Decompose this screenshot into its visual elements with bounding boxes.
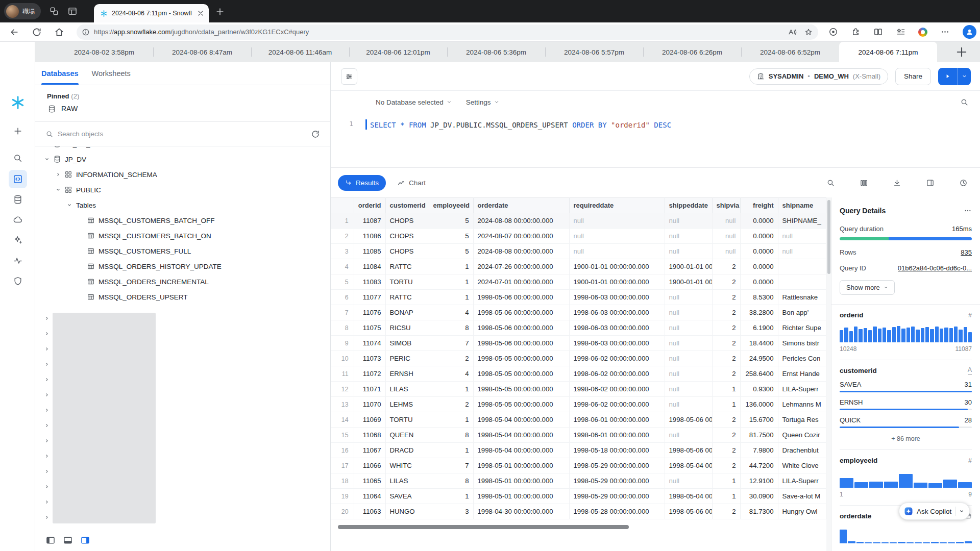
rail-new-icon[interactable] bbox=[9, 122, 27, 140]
cell-orderid[interactable]: 11075 bbox=[354, 320, 385, 336]
cell-shippeddate[interactable]: null bbox=[665, 397, 712, 412]
cell-shipname[interactable]: SHIPNAME_ bbox=[778, 213, 826, 229]
cell-requireddate[interactable]: 1998-05-29 00:00:00.000 bbox=[569, 489, 665, 504]
cell-requireddate[interactable]: null bbox=[569, 229, 665, 244]
cell-customerid[interactable]: SIMOB bbox=[385, 336, 429, 351]
row-number-cell[interactable]: 18 bbox=[331, 473, 354, 489]
cell-customerid[interactable]: BONAP bbox=[385, 305, 429, 320]
row-number-cell[interactable]: 20 bbox=[331, 504, 354, 519]
search-results-icon[interactable] bbox=[826, 179, 835, 187]
close-tab-icon[interactable] bbox=[197, 9, 205, 17]
query-details-menu-icon[interactable] bbox=[964, 207, 972, 215]
cell-freight[interactable]: 0.0000 bbox=[740, 274, 778, 290]
cell-orderdate[interactable]: 1998-05-05 00:00:00.000 bbox=[473, 351, 569, 366]
worksheet-tab[interactable]: 2024-08-06 7:11pm bbox=[839, 42, 937, 62]
cell-freight[interactable]: 81.7300 bbox=[740, 504, 778, 519]
cell-freight[interactable]: 6.1900 bbox=[740, 320, 778, 336]
cell-shipname[interactable]: White Clove bbox=[778, 458, 826, 473]
show-more-button[interactable]: Show more bbox=[840, 280, 895, 295]
cell-orderdate[interactable]: 1998-05-01 00:00:00.000 bbox=[473, 489, 569, 504]
cell-shippeddate[interactable]: null bbox=[665, 351, 712, 366]
cell-freight[interactable]: 38.2800 bbox=[740, 305, 778, 320]
cell-orderdate[interactable]: 1998-05-04 00:00:00.000 bbox=[473, 412, 569, 428]
cell-shipname[interactable]: Bon app' bbox=[778, 305, 826, 320]
cell-customerid[interactable]: QUEEN bbox=[385, 428, 429, 443]
row-number-cell[interactable]: 9 bbox=[331, 336, 354, 351]
cell-customerid[interactable]: TORTU bbox=[385, 274, 429, 290]
cell-orderdate[interactable]: 1998-05-05 00:00:00.000 bbox=[473, 366, 569, 382]
cell-orderid[interactable]: 11064 bbox=[354, 489, 385, 504]
cell-shippeddate[interactable]: null bbox=[665, 366, 712, 382]
cell-orderid[interactable]: 11086 bbox=[354, 229, 385, 244]
row-number-cell[interactable]: 8 bbox=[331, 320, 354, 336]
cell-freight[interactable]: 12.9100 bbox=[740, 473, 778, 489]
cell-shipname[interactable] bbox=[778, 259, 826, 274]
cell-employeeid[interactable]: 7 bbox=[429, 458, 473, 473]
cell-employeeid[interactable]: 3 bbox=[429, 504, 473, 519]
cell-shippeddate[interactable]: 1900-01-01 00:00:00.000 bbox=[665, 259, 712, 274]
column-header-shipvia[interactable]: shipvia bbox=[712, 198, 740, 213]
cell-employeeid[interactable]: 8 bbox=[429, 473, 473, 489]
cell-customerid[interactable]: TORTU bbox=[385, 412, 429, 428]
tab-databases[interactable]: Databases bbox=[41, 62, 79, 85]
cell-orderid[interactable]: 11074 bbox=[354, 336, 385, 351]
column-header-shippeddate[interactable]: shippeddate bbox=[665, 198, 712, 213]
cell-shipvia[interactable]: 1 bbox=[712, 473, 740, 489]
cell-employeeid[interactable]: 8 bbox=[429, 320, 473, 336]
cell-shippeddate[interactable]: null bbox=[665, 290, 712, 305]
rail-marketplace-icon[interactable] bbox=[9, 210, 27, 229]
cell-shipname[interactable]: Pericles Con bbox=[778, 351, 826, 366]
worksheet-tab[interactable]: 2024-08-06 6:26pm bbox=[643, 42, 741, 62]
cell-customerid[interactable]: CHOPS bbox=[385, 244, 429, 259]
cell-employeeid[interactable]: 8 bbox=[429, 428, 473, 443]
cell-orderdate[interactable]: 2024-07-26 00:00:00.000 bbox=[473, 259, 569, 274]
cell-customerid[interactable]: SAVEA bbox=[385, 489, 429, 504]
cell-orderid[interactable]: 11076 bbox=[354, 305, 385, 320]
workspaces-icon[interactable] bbox=[49, 6, 59, 16]
cell-orderid[interactable]: 11084 bbox=[354, 259, 385, 274]
cell-requireddate[interactable]: 1900-01-01 00:00:00.000 bbox=[569, 274, 665, 290]
tree-item-tables[interactable]: Tables bbox=[35, 197, 330, 213]
cell-shipvia[interactable]: null bbox=[712, 213, 740, 229]
cell-shipvia[interactable]: 2 bbox=[712, 458, 740, 473]
worksheet-tab[interactable]: 2024-08-06 8:47am bbox=[153, 42, 251, 62]
cell-shipvia[interactable]: 2 bbox=[712, 443, 740, 458]
horizontal-scrollbar[interactable] bbox=[332, 525, 825, 529]
run-options-button[interactable] bbox=[958, 68, 971, 85]
row-number-cell[interactable]: 13 bbox=[331, 397, 354, 412]
cell-freight[interactable]: 0.0000 bbox=[740, 244, 778, 259]
cell-freight[interactable]: 30.0900 bbox=[740, 489, 778, 504]
cell-requireddate[interactable]: 1998-06-02 00:00:00.000 bbox=[569, 382, 665, 397]
cell-requireddate[interactable]: 1998-05-29 00:00:00.000 bbox=[569, 458, 665, 473]
cell-shippeddate[interactable]: 1998-05-04 00:00:00.000 bbox=[665, 489, 712, 504]
download-icon[interactable] bbox=[893, 179, 901, 187]
row-number-cell[interactable]: 7 bbox=[331, 305, 354, 320]
address-bar[interactable]: https://app.snowflake.com/jugdhon/cdata_… bbox=[77, 24, 818, 40]
cell-requireddate[interactable]: null bbox=[569, 213, 665, 229]
cell-shipvia[interactable]: 1 bbox=[712, 382, 740, 397]
cell-orderdate[interactable]: 1998-05-01 00:00:00.000 bbox=[473, 473, 569, 489]
cell-shippeddate[interactable]: 1998-05-06 00:00:00.000 bbox=[665, 443, 712, 458]
cell-requireddate[interactable]: 1998-05-28 00:00:00.000 bbox=[569, 504, 665, 519]
cell-orderid[interactable]: 11068 bbox=[354, 428, 385, 443]
row-number-cell[interactable]: 2 bbox=[331, 229, 354, 244]
ask-copilot-button[interactable]: Ask Copilot bbox=[899, 503, 970, 520]
cell-shippeddate[interactable]: null bbox=[665, 473, 712, 489]
row-number-cell[interactable]: 17 bbox=[331, 458, 354, 473]
row-number-cell[interactable]: 16 bbox=[331, 443, 354, 458]
tracking-prevention-icon[interactable] bbox=[828, 27, 838, 37]
worksheet-tab[interactable]: 2024-08-02 3:58pm bbox=[55, 42, 153, 62]
cell-customerid[interactable]: HUNGO bbox=[385, 504, 429, 519]
cell-shipname[interactable]: LILA-Superr bbox=[778, 473, 826, 489]
rail-governance-icon[interactable] bbox=[9, 272, 27, 290]
tab-worksheets[interactable]: Worksheets bbox=[92, 62, 131, 85]
cell-shipvia[interactable]: 1 bbox=[712, 397, 740, 412]
rail-search-icon[interactable] bbox=[9, 149, 27, 167]
cell-orderid[interactable]: 11087 bbox=[354, 213, 385, 229]
tree-item-public[interactable]: PUBLIC bbox=[35, 182, 330, 197]
row-number-cell[interactable]: 6 bbox=[331, 290, 354, 305]
row-number-cell[interactable]: 11 bbox=[331, 366, 354, 382]
tree-item-mssql_orders_history_update[interactable]: MSSQL_ORDERS_HISTORY_UPDATE bbox=[35, 259, 330, 274]
tree-item-mssql_customers_batch_on[interactable]: MSSQL_CUSTOMERS_BATCH_ON bbox=[35, 228, 330, 243]
query-id-link[interactable]: 01b62a84-0c06-dd6c-0... bbox=[898, 264, 972, 272]
